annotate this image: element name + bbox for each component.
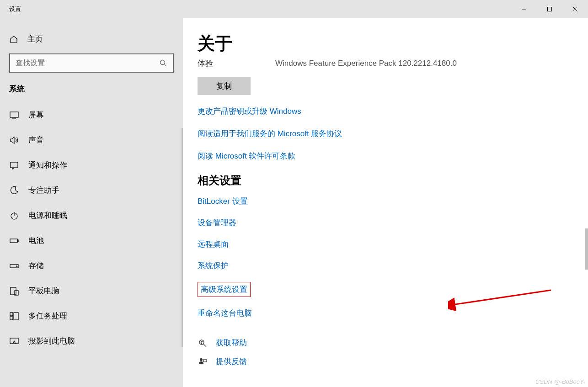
sidebar-item-focus[interactable]: 专注助手 — [0, 178, 183, 203]
related-settings-heading: 相关设置 — [198, 173, 588, 188]
close-button[interactable] — [562, 0, 588, 18]
nav-label: 多任务处理 — [28, 311, 67, 321]
svg-rect-15 — [11, 287, 16, 295]
display-icon — [9, 110, 19, 120]
sidebar-item-sound[interactable]: 声音 — [0, 127, 183, 153]
page-title: 关于 — [198, 32, 588, 55]
svg-point-22 — [202, 343, 202, 344]
link-services-agreement[interactable]: 阅读适用于我们服务的 Microsoft 服务协议 — [198, 128, 588, 139]
svg-rect-19 — [14, 313, 18, 320]
info-key: 体验 — [198, 58, 275, 69]
search-icon — [159, 59, 167, 67]
window-controls — [511, 0, 588, 18]
link-rename-pc[interactable]: 重命名这台电脑 — [198, 308, 588, 318]
multitask-icon — [9, 311, 19, 321]
power-icon — [9, 211, 19, 221]
project-icon — [9, 336, 19, 346]
top-links: 更改产品密钥或升级 Windows 阅读适用于我们服务的 Microsoft 服… — [198, 106, 588, 161]
notification-icon — [9, 160, 19, 170]
svg-rect-24 — [203, 360, 207, 362]
svg-rect-11 — [10, 239, 17, 243]
nav-label: 屏幕 — [28, 110, 44, 120]
svg-point-4 — [160, 60, 165, 65]
sidebar: 主页 系统 屏幕 声音 通知和操作 专注助手 电源和睡眠 — [0, 18, 183, 387]
copy-button-label: 复制 — [216, 81, 232, 91]
info-row: 体验 Windows Feature Experience Pack 120.2… — [198, 58, 588, 69]
sidebar-item-tablet[interactable]: 平板电脑 — [0, 278, 183, 303]
get-help-label: 获取帮助 — [216, 338, 247, 348]
sidebar-item-project[interactable]: 投影到此电脑 — [0, 329, 183, 354]
sidebar-item-battery[interactable]: 电池 — [0, 228, 183, 253]
nav-label: 声音 — [28, 135, 44, 145]
feedback-icon — [198, 357, 208, 367]
minimize-button[interactable] — [511, 0, 537, 18]
sidebar-item-multitask[interactable]: 多任务处理 — [0, 303, 183, 329]
maximize-icon — [547, 6, 552, 12]
svg-rect-1 — [548, 7, 552, 11]
link-system-protection[interactable]: 系统保护 — [198, 260, 588, 271]
sidebar-item-storage[interactable]: 存储 — [0, 253, 183, 278]
svg-line-5 — [165, 64, 167, 67]
nav-label: 电池 — [28, 235, 44, 246]
svg-rect-17 — [10, 313, 13, 316]
svg-rect-12 — [17, 240, 18, 242]
copy-button[interactable]: 复制 — [198, 77, 251, 95]
home-icon — [9, 35, 18, 44]
nav-label: 平板电脑 — [28, 286, 59, 296]
watermark: CSDN @-BoBooY- — [535, 378, 585, 385]
highlight-box: 高级系统设置 — [198, 282, 251, 297]
link-software-license[interactable]: 阅读 Microsoft 软件许可条款 — [198, 151, 588, 161]
link-bitlocker[interactable]: BitLocker 设置 — [198, 196, 588, 207]
nav-label: 专注助手 — [28, 185, 59, 196]
info-value: Windows Feature Experience Pack 120.2212… — [275, 59, 457, 68]
nav-label: 电源和睡眠 — [28, 210, 67, 221]
nav-label: 通知和操作 — [28, 160, 67, 170]
maximize-button[interactable] — [537, 0, 562, 18]
sidebar-item-display[interactable]: 屏幕 — [0, 102, 183, 127]
storage-icon — [9, 261, 19, 271]
sidebar-home-label: 主页 — [27, 34, 43, 44]
sound-icon — [9, 135, 19, 145]
give-feedback-label: 提供反馈 — [216, 356, 247, 367]
tablet-icon — [9, 286, 19, 296]
svg-rect-8 — [11, 162, 18, 168]
nav-label: 投影到此电脑 — [28, 336, 75, 346]
search-input[interactable] — [16, 59, 159, 67]
sidebar-home[interactable]: 主页 — [0, 27, 183, 51]
search-box[interactable] — [9, 53, 174, 73]
link-change-product-key[interactable]: 更改产品密钥或升级 Windows — [198, 106, 588, 117]
svg-rect-18 — [10, 317, 13, 320]
content-area: 关于 体验 Windows Feature Experience Pack 12… — [183, 18, 588, 387]
get-help[interactable]: 获取帮助 — [198, 338, 588, 348]
focus-icon — [9, 186, 19, 196]
svg-point-14 — [16, 265, 17, 266]
minimize-icon — [521, 6, 527, 12]
link-device-manager[interactable]: 设备管理器 — [198, 217, 588, 228]
svg-rect-6 — [10, 112, 18, 117]
sidebar-item-notifications[interactable]: 通知和操作 — [0, 153, 183, 178]
link-advanced-system-settings[interactable]: 高级系统设置 — [201, 285, 247, 294]
sidebar-item-power[interactable]: 电源和睡眠 — [0, 203, 183, 228]
close-icon — [572, 6, 578, 12]
window-title: 设置 — [0, 5, 21, 13]
link-remote-desktop[interactable]: 远程桌面 — [198, 239, 588, 249]
give-feedback[interactable]: 提供反馈 — [198, 356, 588, 367]
svg-point-23 — [200, 358, 203, 361]
nav-label: 存储 — [28, 260, 44, 271]
sidebar-section-heading: 系统 — [0, 82, 183, 102]
help-icon — [198, 338, 208, 348]
battery-icon — [9, 236, 19, 246]
titlebar: 设置 — [0, 0, 588, 18]
